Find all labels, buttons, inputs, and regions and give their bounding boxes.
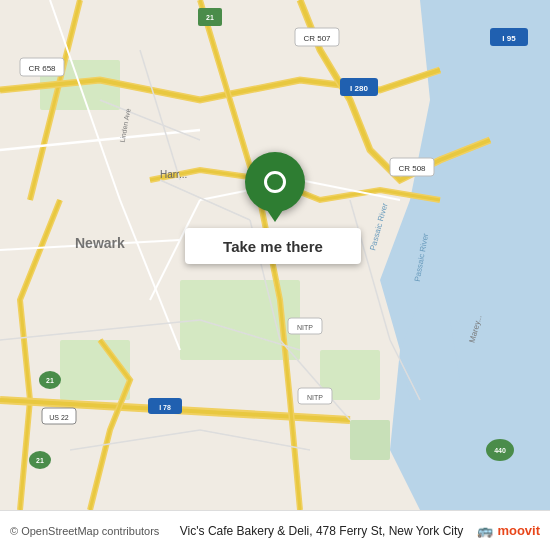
svg-text:NITP: NITP: [307, 394, 323, 401]
svg-text:I 280: I 280: [350, 84, 368, 93]
svg-text:CR 658: CR 658: [28, 64, 56, 73]
map-container: CR 658 NJ 21 21 CR 507 I 280 I 95 CR 508…: [0, 0, 550, 510]
svg-text:21: 21: [46, 377, 54, 384]
svg-text:Newark: Newark: [75, 235, 125, 251]
svg-text:I 95: I 95: [502, 34, 516, 43]
svg-text:CR 508: CR 508: [398, 164, 426, 173]
svg-text:440: 440: [494, 447, 506, 454]
svg-rect-7: [350, 420, 390, 460]
svg-text:I 78: I 78: [159, 404, 171, 411]
svg-text:Harr...: Harr...: [160, 169, 187, 180]
svg-text:US 22: US 22: [49, 414, 69, 421]
svg-text:CR 507: CR 507: [303, 34, 331, 43]
moovit-logo: 🚌 moovit: [477, 523, 540, 538]
osm-credit: © OpenStreetMap contributors: [10, 525, 166, 537]
svg-text:NITP: NITP: [297, 324, 313, 331]
svg-text:21: 21: [206, 14, 214, 21]
moovit-text: moovit: [497, 523, 540, 538]
svg-text:21: 21: [36, 457, 44, 464]
bottom-bar: © OpenStreetMap contributors Vic's Cafe …: [0, 510, 550, 550]
location-info: Vic's Cafe Bakery & Deli, 478 Ferry St, …: [166, 524, 478, 538]
take-me-there-button[interactable]: Take me there: [185, 228, 361, 264]
pin-inner: [264, 171, 286, 193]
map-marker: [245, 152, 305, 212]
moovit-icon: 🚌: [477, 523, 493, 538]
